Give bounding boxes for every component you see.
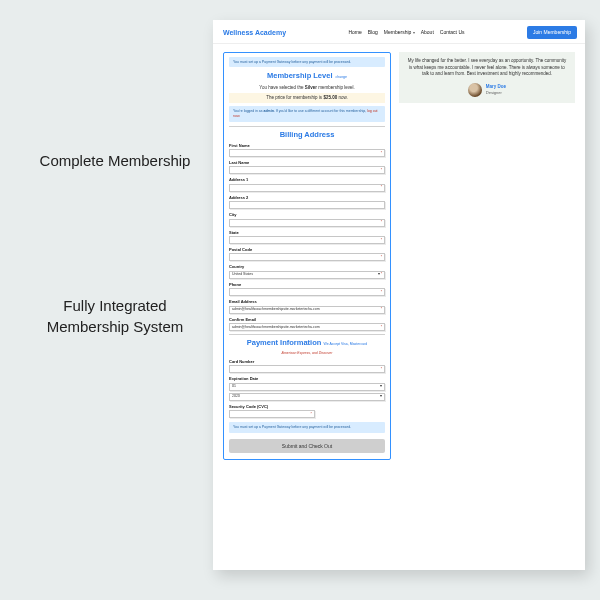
card-number-input[interactable]: * [229,365,385,373]
postal-input[interactable]: * [229,253,385,261]
state-input[interactable]: * [229,236,385,244]
exp-month-select[interactable]: 01▾ [229,383,385,391]
city-input[interactable]: * [229,219,385,227]
price-note: The price for membership is $25.00 now. [229,93,385,103]
avatar [468,83,482,97]
main-nav: Home Blog Membership ▾ About Contact Us [348,29,464,36]
chevron-down-icon: ▾ [413,30,415,35]
gateway-alert-top: You must set up a Payment Gateway before… [229,57,385,68]
testimonial-author: Mary Doe [486,84,506,91]
billing-title: Billing Address [229,130,385,140]
top-bar: Wellness Academy Home Blog Membership ▾ … [213,20,585,44]
label-cvc: Security Code (CVC) [229,404,385,409]
label-state: State [229,230,385,235]
phone-input[interactable]: * [229,288,385,296]
payment-title: Payment Information We Accept Visa, Mast… [229,338,385,348]
cvc-input[interactable]: * [229,410,315,418]
nav-blog[interactable]: Blog [368,29,378,36]
join-membership-button[interactable]: Join Membership [527,26,577,39]
cards-accepted: American Express, and Discover [229,351,385,356]
label-phone: Phone [229,282,385,287]
label-exp: Expiration Date [229,376,385,381]
exp-year-select[interactable]: 2023▾ [229,393,385,401]
label-confirm-email: Confirm Email [229,317,385,322]
label-last-name: Last Name [229,160,385,165]
first-name-input[interactable]: * [229,149,385,157]
label-postal: Postal Code [229,247,385,252]
nav-home[interactable]: Home [348,29,361,36]
label-email: Email Address [229,299,385,304]
label-address2: Address 2 [229,195,385,200]
promo-caption-2: Fully Integrated Membership System [30,295,200,337]
last-name-input[interactable]: * [229,166,385,174]
gateway-alert-bottom: You must set up a Payment Gateway before… [229,422,385,433]
site-brand[interactable]: Wellness Academy [223,28,286,37]
confirm-email-input[interactable]: admin@healthcoachmembershipsite.marketer… [229,323,385,331]
email-input[interactable]: admin@healthcoachmembershipsite.marketer… [229,306,385,314]
login-warning: You're logged in as admin. If you'd like… [229,106,385,122]
testimonial-role: Designer [486,90,506,96]
nav-about[interactable]: About [421,29,434,36]
label-address1: Address 1 [229,177,385,182]
label-first-name: First Name [229,143,385,148]
country-select[interactable]: United States▾ * [229,271,385,279]
nav-contact[interactable]: Contact Us [440,29,465,36]
browser-mock: Wellness Academy Home Blog Membership ▾ … [213,20,585,570]
label-city: City [229,212,385,217]
testimonial-card: My life changed for the better. I see ev… [399,52,575,103]
testimonial-text: My life changed for the better. I see ev… [406,58,568,78]
label-card: Card Number [229,359,385,364]
selected-level-text: You have selected the Silver membership … [229,85,385,91]
membership-level-title: Membership Levelchange [229,71,385,81]
address2-input[interactable] [229,201,385,209]
checkout-form: You must set up a Payment Gateway before… [223,52,391,461]
change-level-link[interactable]: change [335,75,346,79]
nav-membership[interactable]: Membership ▾ [384,29,415,36]
address1-input[interactable]: * [229,184,385,192]
label-country: Country [229,264,385,269]
submit-checkout-button[interactable]: Submit and Check Out [229,439,385,454]
promo-caption-1: Complete Membership [30,150,200,171]
